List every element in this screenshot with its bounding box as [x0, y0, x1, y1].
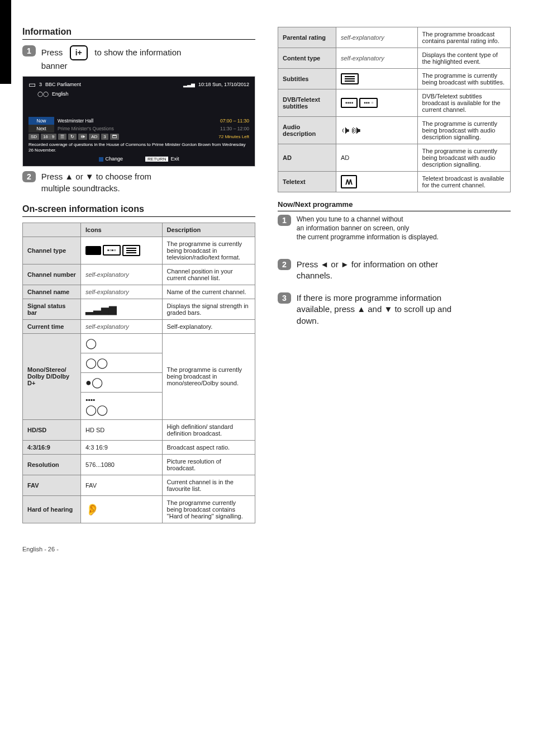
row-hd-sd: HD/SD HD SD High definition/ standard de…: [23, 419, 255, 440]
stereo-icon-cell: ◯◯: [81, 353, 163, 372]
audio-description-icon: 🕩🕪: [336, 117, 418, 144]
now-programme: Westminster Hall: [58, 118, 220, 124]
ad-text-icon: AD: [336, 144, 418, 172]
heading-icons: On-screen information icons: [22, 204, 255, 217]
fav-icon: FAV: [81, 475, 163, 495]
next-label: Next: [28, 125, 54, 133]
row-channel-number: Channel number self-explanatory Channel …: [23, 264, 255, 285]
channel-type-icons: ▪▫▪▫: [81, 237, 163, 264]
mono-icon: ◯: [81, 333, 163, 353]
next-programme: Prime Minister's Questions: [58, 126, 220, 131]
row-channel-name: Channel name self-explanatory Name of th…: [23, 285, 255, 299]
step-1-text: Press i+ to show the information banner: [41, 45, 255, 72]
row-parental: Parental rating self-explanatory The pro…: [278, 27, 511, 48]
signal-icon: ▂▃▅: [183, 82, 195, 87]
step-number-1: 1: [22, 45, 36, 56]
radio-bars-icon: ▪▫▪▫: [103, 245, 121, 256]
chip-sound-icon: 🕪: [78, 134, 87, 140]
side-black-tab: [0, 0, 11, 84]
right-step-1-text: When you tune to a channel without an in…: [297, 215, 511, 242]
right-step-3: 3 If there is more programme information…: [278, 292, 511, 327]
right-step-2: 2 Press ◄ or ► for information on other …: [278, 259, 511, 282]
row-aspect: 4:3/16:9 4:3 16:9 Broadcast aspect ratio…: [23, 440, 255, 454]
teletext-icon: ʍ: [336, 172, 418, 192]
now-time: 07:00 – 11:30: [220, 118, 249, 124]
page-footer: English - 26 -: [22, 546, 511, 552]
chip-sub-icon: ☰: [58, 134, 66, 140]
dolby-d-icon: ●◯: [81, 372, 163, 392]
info-banner: ▭ 3 BBC Parliament ▂▃▅ 10:18 Sun, 17/10/…: [22, 76, 255, 167]
row-audio-desc: Audio description 🕩🕪 The programme is cu…: [278, 117, 511, 144]
row-current-time: Current time self-explanatory Self-expla…: [23, 319, 255, 333]
banner-description: Recorded coverage of questions in the Ho…: [23, 141, 255, 154]
step-number-2: 2: [22, 171, 36, 182]
banner-channel-name: BBC Parliament: [45, 82, 81, 87]
right-step-2-text: Press ◄ or ► for information on other ch…: [297, 259, 511, 282]
row-signal-status: Signal status bar ▂▃▅▆ Displays the sign…: [23, 299, 255, 319]
hd-sd-icon: HD SD: [81, 419, 163, 440]
tv-icon: ▭: [28, 80, 36, 89]
step-2-text: Press ▲ or ▼ to choose from multiple sou…: [41, 171, 255, 194]
right-step-number-3: 3: [278, 292, 291, 304]
icons-table-2: Parental rating self-explanatory The pro…: [278, 27, 511, 192]
banner-change: Change: [99, 156, 123, 162]
chip-3: 3: [101, 134, 108, 140]
row-mono-stereo: Mono/Stereo/ Dolby D/Dolby D+ ◯ The prog…: [23, 333, 255, 353]
banner-clock: 10:18 Sun, 17/10/2012: [198, 82, 249, 87]
chip-loop-icon: ↻: [68, 134, 77, 140]
th-icons: Icons: [81, 223, 163, 237]
row-resolution: Resolution 576...1080 Picture resolution…: [23, 454, 255, 475]
row-dvb-ttx: DVB/Teletext subtitles ▪▪▪▪ ▪▪▪ ▫ DVB/Te…: [278, 89, 511, 117]
right-step-number-1: 1: [278, 215, 291, 226]
hard-of-hearing-icon: 👂: [81, 495, 163, 523]
banner-channel-number: 3: [39, 82, 42, 87]
left-column: Information 1 Press i+ to show the infor…: [22, 17, 255, 523]
step-1: 1 Press i+ to show the information banne…: [22, 45, 255, 72]
heading-information: Information: [22, 27, 255, 40]
right-step-1: 1 When you tune to a channel without an …: [278, 215, 511, 242]
th-desc: Description: [162, 223, 255, 237]
tv-rect-icon: [85, 246, 101, 255]
chip-ad: AD: [89, 134, 99, 140]
chip-sd: SD: [28, 134, 39, 140]
row-hoh: Hard of hearing 👂 The programme currentl…: [23, 495, 255, 523]
signal-bars-icon: ▂▃▅▆: [81, 299, 163, 319]
step-2: 2 Press ▲ or ▼ to choose from multiple s…: [22, 171, 255, 194]
resolution-icon: 576...1080: [81, 454, 163, 475]
th-blank: [23, 223, 81, 237]
stereo-icon: ◯◯: [37, 91, 49, 97]
row-subtitles: Subtitles The programme is currently bei…: [278, 69, 511, 89]
i-plus-icon: i+: [70, 45, 88, 60]
now-label: Now: [28, 117, 54, 125]
row-channel-type: Channel type ▪▫▪▫ The programme is curre…: [23, 237, 255, 264]
dvb-ttx-subtitles-icon: ▪▪▪▪ ▪▪▪ ▫: [336, 89, 418, 117]
chip-minutes-left: 72 Minutes Left: [218, 134, 249, 139]
icons-table: Icons Description Channel type ▪▫▪▫ The …: [22, 223, 255, 523]
banner-lang: English: [52, 91, 69, 97]
right-step-3-text: If there is more programme information a…: [297, 292, 511, 327]
row-fav: FAV FAV Current channel is in the favour…: [23, 475, 255, 495]
heading-now-next: Now/Next programme: [278, 200, 511, 211]
subtitles-icon: [336, 69, 418, 89]
row-ad: AD AD The programme is currently being b…: [278, 144, 511, 172]
banner-exit: RETURNExit: [145, 156, 179, 162]
text-lines-icon: [122, 245, 140, 256]
next-time: 11:30 – 12:00: [220, 126, 249, 131]
aspect-icon: 4:3 16:9: [81, 440, 163, 454]
chip-ttx-icon: 🗔: [110, 134, 119, 140]
chip-aspect: 16 : 9: [41, 134, 56, 140]
right-column: Parental rating self-explanatory The pro…: [278, 17, 511, 523]
row-content-type: Content type self-explanatory Displays t…: [278, 48, 511, 69]
row-teletext: Teletext ʍ Teletext broadcast is availab…: [278, 172, 511, 192]
right-step-number-2: 2: [278, 259, 291, 270]
dolby-dplus-icon: ▪▪▪▪◯◯: [81, 392, 163, 419]
